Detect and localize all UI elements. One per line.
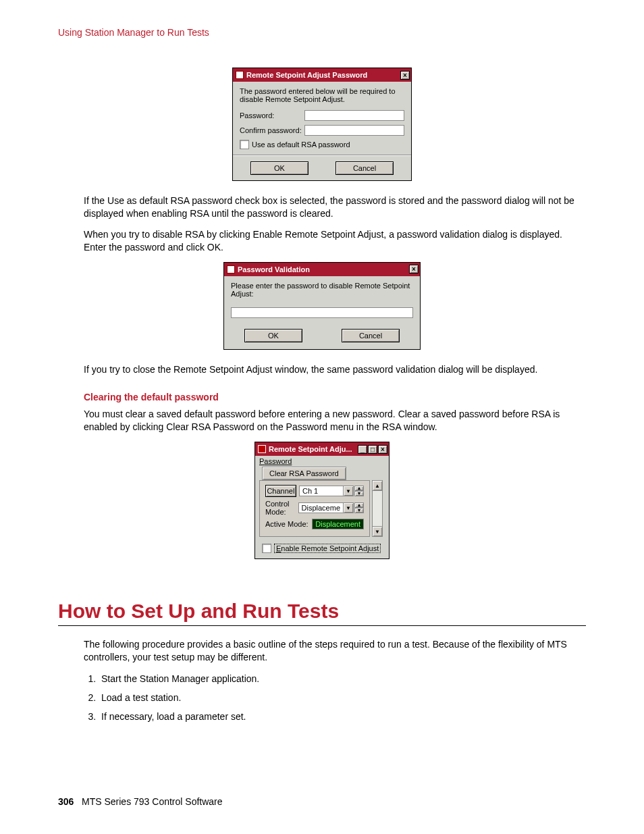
ok-button[interactable]: OK: [244, 329, 302, 342]
active-mode-display: Displacement: [312, 519, 364, 529]
window-system-icon: [236, 71, 244, 79]
channel-select[interactable]: Ch 1 ▼: [299, 486, 354, 496]
doc-title: MTS Series 793 Control Software: [82, 796, 223, 807]
menu-item-clear-rsa[interactable]: Clear RSA Password: [262, 467, 346, 480]
section-title: How to Set Up and Run Tests: [58, 600, 586, 626]
confirm-password-label: Confirm password:: [240, 126, 304, 134]
enable-rsa-checkbox[interactable]: [262, 544, 271, 553]
list-item: Load a test station.: [99, 692, 586, 703]
ok-button[interactable]: OK: [250, 161, 308, 175]
control-mode-select[interactable]: Displaceme ▼: [298, 502, 354, 513]
password-input[interactable]: [304, 110, 404, 121]
confirm-password-input[interactable]: [304, 125, 404, 136]
default-rsa-checkbox-label: Use as default RSA password: [252, 140, 350, 149]
paragraph: When you try to disable RSA by clicking …: [84, 228, 586, 254]
control-mode-label: Control Mode:: [265, 500, 298, 516]
menu-password[interactable]: Password: [259, 457, 292, 465]
minimize-icon[interactable]: _: [358, 445, 367, 454]
scroll-down-icon[interactable]: ▼: [372, 526, 383, 537]
active-mode-label: Active Mode:: [265, 520, 312, 528]
password-input[interactable]: [231, 307, 413, 318]
channel-spinner[interactable]: ▲▼: [354, 486, 364, 496]
scroll-up-icon[interactable]: ▲: [372, 480, 383, 491]
close-icon[interactable]: ×: [400, 71, 410, 80]
steps-list: Start the Station Manager application. L…: [84, 673, 586, 722]
dialog-instruction: Please enter the password to disable Rem…: [231, 282, 413, 298]
close-icon[interactable]: ×: [409, 265, 419, 273]
paragraph: If the Use as default RSA password check…: [84, 194, 586, 220]
list-item: Start the Station Manager application.: [99, 673, 586, 684]
chevron-down-icon[interactable]: ▼: [343, 486, 353, 496]
window-system-icon: [258, 445, 266, 453]
scrollbar[interactable]: ▲ ▼: [372, 480, 383, 537]
rsa-password-dialog: Remote Setpoint Adjust Password × The pa…: [232, 68, 412, 181]
control-mode-spinner[interactable]: ▲▼: [354, 502, 364, 513]
channel-button[interactable]: Channel: [265, 485, 296, 497]
window-system-icon: [227, 265, 235, 273]
close-icon[interactable]: ×: [378, 445, 387, 454]
enable-rsa-checkbox-label: Enable Remote Setpoint Adjust: [274, 544, 381, 553]
maximize-icon[interactable]: □: [368, 445, 377, 454]
dialog-title: Remote Setpoint Adjust Password: [246, 71, 400, 79]
cancel-button[interactable]: Cancel: [342, 329, 400, 342]
chevron-down-icon[interactable]: ▼: [343, 503, 353, 513]
paragraph: The following procedure provides a basic…: [84, 638, 586, 664]
page-footer: 306 MTS Series 793 Control Software: [58, 796, 223, 807]
paragraph: If you try to close the Remote Setpoint …: [84, 363, 586, 376]
cancel-button[interactable]: Cancel: [336, 161, 394, 175]
breadcrumb: Using Station Manager to Run Tests: [58, 27, 586, 38]
password-validation-dialog: Password Validation × Please enter the p…: [223, 262, 421, 350]
rsa-window: Remote Setpoint Adju... _ □ × Password C…: [254, 442, 390, 559]
paragraph: You must clear a saved default password …: [84, 408, 586, 434]
dialog-title: Password Validation: [238, 265, 408, 273]
subheading: Clearing the default password: [84, 392, 586, 402]
page-number: 306: [58, 796, 74, 807]
list-item: If necessary, load a parameter set.: [99, 711, 586, 722]
dialog-instruction: The password entered below will be requi…: [240, 87, 404, 103]
password-label: Password:: [240, 111, 304, 120]
default-rsa-checkbox[interactable]: [240, 140, 249, 149]
dialog-title: Remote Setpoint Adju...: [269, 445, 357, 453]
